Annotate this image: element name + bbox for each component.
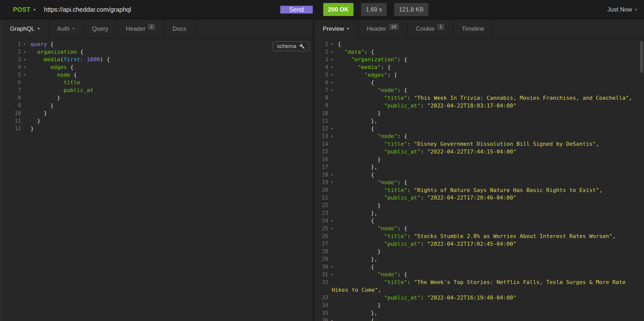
- tab-header[interactable]: Header 2: [118, 20, 164, 38]
- tab-label: GraphQL: [10, 25, 35, 32]
- code-text: "public_at": "2022-04-22T17:02:45-04:00": [338, 241, 516, 247]
- code-text: "public_at": "2022-04-22T17:44:15-04:00": [338, 149, 516, 155]
- line-number: 16: [314, 156, 328, 162]
- chevron-down-icon[interactable]: ▾: [34, 7, 36, 12]
- scrollbar-thumb[interactable]: [640, 41, 643, 73]
- code-text: "title": "This Week In Trivia: Cannabis,…: [338, 95, 632, 101]
- fold-toggle-icon[interactable]: ▾: [21, 73, 28, 77]
- fold-toggle-icon[interactable]: ▾: [328, 134, 336, 139]
- fold-toggle-icon[interactable]: ▾: [21, 65, 28, 70]
- fold-toggle-icon[interactable]: ▾: [328, 50, 336, 54]
- line-number: 7: [2, 87, 21, 93]
- line-number: 30: [314, 264, 328, 270]
- line-number: 9: [2, 103, 21, 109]
- fold-toggle-icon[interactable]: ▾: [328, 57, 336, 62]
- code-text: {: [338, 41, 341, 47]
- code-line: 13▾ "node": {: [314, 133, 644, 140]
- fold-toggle-icon[interactable]: ▾: [21, 42, 28, 46]
- chevron-down-icon: ▾: [635, 7, 637, 12]
- code-text: "media": {: [338, 64, 391, 70]
- status-badge: 200 OK: [323, 3, 354, 16]
- code-line: 32 "title": "The Week's Top Stories: Net…: [314, 278, 644, 286]
- tab-auth[interactable]: Auth ▾: [49, 20, 84, 38]
- fold-toggle-icon[interactable]: ▾: [21, 57, 28, 62]
- fold-toggle-icon[interactable]: ▾: [328, 65, 336, 70]
- tab-label: Cookie: [416, 25, 435, 32]
- tab-preview[interactable]: Preview ▾: [314, 20, 358, 38]
- url-section: POST ▾ https://api.cheddar.com/graphql S…: [0, 0, 313, 19]
- code-text: },: [338, 310, 378, 316]
- line-number: 8: [2, 95, 21, 101]
- fold-toggle-icon[interactable]: ▾: [328, 73, 336, 77]
- fold-toggle-icon[interactable]: ▾: [328, 264, 336, 269]
- method-dropdown[interactable]: POST: [13, 6, 30, 13]
- code-text: },: [338, 164, 378, 170]
- code-text: {: [338, 317, 374, 321]
- code-text: }: [30, 110, 47, 116]
- line-number: 1: [314, 41, 328, 47]
- code-text: "public_at": "2022-04-22T18:03:17-04:00": [338, 103, 516, 109]
- code-text: }: [338, 110, 381, 116]
- send-button[interactable]: Send: [280, 6, 313, 14]
- fold-toggle-icon[interactable]: ▾: [328, 172, 336, 177]
- code-line: 11 },: [314, 117, 644, 125]
- code-line: 7 public_at: [2, 86, 313, 94]
- header-count-badge: 18: [389, 24, 398, 30]
- response-history-dropdown[interactable]: Just Now ▾: [607, 6, 637, 13]
- fold-toggle-icon[interactable]: ▾: [328, 42, 336, 46]
- line-number: 8: [314, 95, 328, 101]
- code-text: title: [30, 79, 80, 86]
- code-line: 29 },: [314, 255, 644, 263]
- request-url-bar: POST ▾ https://api.cheddar.com/graphql S…: [0, 0, 644, 20]
- line-number: 17: [314, 164, 328, 170]
- code-line: 3▾ media(first: 1000) {: [2, 56, 313, 63]
- chevron-down-icon: ▾: [38, 26, 40, 31]
- tab-docs[interactable]: Docs: [164, 20, 195, 38]
- fold-toggle-icon[interactable]: ▾: [328, 318, 336, 321]
- line-number: 28: [314, 248, 328, 254]
- fold-toggle-icon[interactable]: ▾: [328, 126, 336, 131]
- code-text: {: [338, 171, 374, 178]
- line-number: 2: [2, 49, 21, 55]
- tab-query[interactable]: Query: [84, 20, 117, 38]
- code-line: 3▾ "organization": {: [314, 56, 644, 63]
- response-status-section: 200 OK 1.69 s 121.8 KB Just Now ▾: [313, 0, 644, 19]
- fold-toggle-icon[interactable]: ▾: [21, 50, 28, 54]
- tab-filler: [195, 20, 313, 38]
- tab-label: Timeline: [462, 25, 484, 32]
- fold-toggle-icon[interactable]: ▾: [328, 218, 336, 223]
- graphql-query-editor[interactable]: schema 1▾query {2▾ organization {3▾ medi…: [2, 39, 313, 321]
- chevron-down-icon: ▾: [347, 26, 349, 31]
- cookie-count-badge: 1: [437, 24, 444, 30]
- tab-response-header[interactable]: Header 18: [358, 20, 408, 38]
- url-input[interactable]: https://api.cheddar.com/graphql: [44, 6, 131, 13]
- code-text: {: [338, 126, 374, 132]
- tab-cookie[interactable]: Cookie 1: [408, 20, 453, 38]
- code-text: },: [338, 118, 378, 124]
- code-text: }: [30, 103, 54, 109]
- tab-timeline[interactable]: Timeline: [454, 20, 493, 38]
- tab-graphql[interactable]: GraphQL ▾: [2, 20, 49, 38]
- code-text: "data": {: [338, 49, 374, 55]
- schema-button[interactable]: schema: [272, 41, 309, 51]
- code-text: }: [338, 248, 381, 254]
- line-number: 29: [314, 256, 328, 262]
- code-text: },: [338, 210, 378, 216]
- response-preview-editor[interactable]: 1▾{2▾ "data": {3▾ "organization": {4▾ "m…: [314, 39, 644, 321]
- fold-toggle-icon[interactable]: ▾: [328, 88, 336, 93]
- code-text: "public_at": "2022-04-22T16:19:48-04:00": [338, 294, 516, 301]
- fold-toggle-icon[interactable]: ▾: [328, 226, 336, 231]
- code-text: "public_at": "2022-04-22T17:20:46-04:00": [338, 194, 516, 201]
- tab-filler: [493, 20, 644, 38]
- code-line: 12}: [2, 125, 313, 133]
- fold-toggle-icon[interactable]: ▾: [328, 180, 336, 184]
- fold-toggle-icon[interactable]: ▾: [328, 80, 336, 85]
- code-text: "node": {: [338, 87, 407, 93]
- fold-toggle-icon[interactable]: ▾: [328, 272, 336, 277]
- tab-label: Auth: [57, 25, 70, 32]
- code-line: 23 },: [314, 209, 644, 217]
- line-number: 11: [2, 118, 21, 124]
- line-number: 20: [314, 187, 328, 193]
- line-number: 25: [314, 225, 328, 231]
- code-line: 10 }: [2, 109, 313, 117]
